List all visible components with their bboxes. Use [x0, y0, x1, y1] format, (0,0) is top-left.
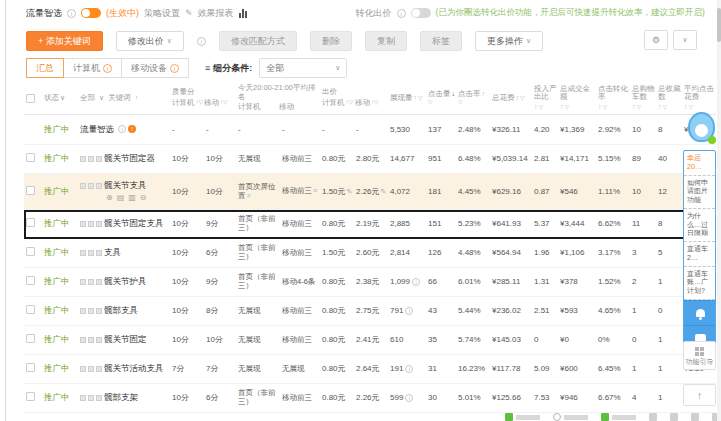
row-checkbox[interactable] [26, 305, 35, 314]
legend-tool-icon[interactable] [670, 413, 678, 421]
rank-list-icon[interactable]: ≡ [313, 187, 317, 194]
row-checkbox[interactable] [26, 392, 35, 401]
col-ctr[interactable]: 点击率↑ [456, 90, 490, 107]
col-cpc[interactable]: 平均点击花费↑ [682, 85, 716, 111]
keyword-cell[interactable]: 髋关节活动支具 [78, 364, 170, 374]
bid-pc[interactable]: 0.80元 [320, 335, 354, 344]
filter-icon[interactable] [637, 104, 642, 111]
table-row[interactable]: 推广中 髋关节护具 10分 9分 首页（非前三） 移动4-6条 0.80元 2.… [24, 268, 716, 297]
modify-match-button[interactable]: 修改匹配方式 [219, 31, 297, 51]
rank-list-icon[interactable]: ≡ [247, 192, 251, 199]
row-checkbox[interactable] [26, 247, 35, 256]
table-row-selected[interactable]: 推广中 髋关节固定支具 10分 9分 首页（非前三） 移动前三 0.80元 2.… [24, 210, 716, 239]
sort-filter-icon[interactable] [196, 99, 204, 108]
bid-mobile[interactable]: 2.26元 [354, 393, 388, 402]
col-keyword[interactable]: 全部关键词 [78, 94, 170, 103]
filter-icon[interactable] [428, 99, 433, 106]
row-checkbox[interactable] [26, 334, 35, 343]
scrollbar-track[interactable] [717, 0, 721, 421]
bid-mobile[interactable]: 2.60元 [354, 248, 388, 257]
bid-pc[interactable]: 0.80元 [320, 364, 354, 373]
bid-pc[interactable]: 0.80元 [320, 277, 354, 286]
col-clicks[interactable]: 点击量↓ [426, 90, 456, 107]
table-row[interactable]: 推广中 支具 10分 6分 首页（非前三） 移动前三 1.50元 2.60元 2… [24, 239, 716, 268]
collapse-button[interactable] [673, 30, 697, 50]
sort-up-icon[interactable] [135, 94, 139, 102]
bid-mobile[interactable]: 2.80元 [354, 154, 388, 163]
info-icon[interactable] [67, 9, 76, 18]
col-carts[interactable]: 总购物车数↑ [630, 85, 656, 111]
keyword-cell[interactable]: 支具 [78, 248, 170, 258]
row-checkbox[interactable] [26, 153, 35, 162]
row-checkbox[interactable] [26, 186, 35, 195]
filter-icon[interactable] [520, 95, 525, 102]
bid-pc[interactable]: 0.80元 [320, 393, 354, 402]
bid-pc[interactable]: 1.50元✎ [320, 187, 354, 196]
table-row[interactable]: 推广中 髋部支架 10分 6分 首页（非前三） 移动前三 0.80元 2.26元… [24, 384, 716, 413]
bid-pc[interactable]: 0.80元 [320, 306, 354, 315]
info-icon[interactable] [405, 307, 413, 315]
bid-pc[interactable]: 1.50元 [320, 248, 354, 257]
table-row-summary[interactable]: 推广中 流量智选 - - - - - - 5,530 137 2.48% ¥32… [24, 115, 716, 145]
helper-mascot[interactable] [688, 112, 715, 142]
edit-pencil-icon[interactable]: ✎ [381, 188, 387, 195]
tab-summary[interactable]: 汇总 [26, 58, 64, 78]
info-icon[interactable] [397, 9, 406, 18]
edit-pencil-icon[interactable] [185, 8, 193, 18]
bar-chart-icon[interactable] [239, 9, 247, 18]
add-keyword-button[interactable]: + 添加关键词 [26, 31, 103, 51]
col-gmv[interactable]: 总成交金额↑ [558, 85, 596, 111]
copy-button[interactable]: 复制 [365, 31, 407, 51]
keyword-action-icons[interactable]: ⊕▤▥⊖ [80, 193, 147, 202]
scrollbar-thumb[interactable] [717, 8, 721, 42]
col-status[interactable]: 状态 [42, 94, 78, 103]
col-cvr[interactable]: 点击转化率↑ [596, 85, 630, 111]
help-link[interactable]: 直通车账…广计划? [684, 267, 715, 300]
table-row[interactable]: 推广中 髋关节活动支具 7分 7分 无展现 无展现 0.80元 2.64元 19… [24, 355, 716, 384]
info-icon[interactable] [412, 278, 420, 286]
bid-mobile[interactable]: 2.38元 [354, 277, 388, 286]
legend-tool-icon[interactable] [649, 413, 657, 421]
legend-circle-item[interactable] [553, 413, 588, 421]
table-row[interactable]: 推广中 髋关节固定 10分 10分 无展现 移动前三 0.80元 2.41元 6… [24, 326, 716, 355]
bid-pc[interactable]: 0.80元 [320, 154, 354, 163]
sort-filter-icon[interactable] [346, 99, 354, 108]
legend-checkbox-item[interactable] [601, 413, 636, 421]
bid-mobile[interactable]: 2.64元 [354, 364, 388, 373]
keyword-cell[interactable]: 髋关节固定器 [78, 154, 170, 164]
col-roi[interactable]: 投入产出比↑ [532, 85, 558, 111]
table-row[interactable]: 推广中 髋关节固定器 10分 10分 无展现 移动前三 0.80元 2.80元 … [24, 145, 716, 174]
keyword-cell[interactable]: 流量智选 [78, 125, 170, 135]
help-link[interactable]: 为什么…过日限额 [684, 209, 715, 242]
info-icon[interactable] [118, 125, 126, 133]
bid-mobile[interactable]: 2.19元 [354, 219, 388, 228]
tag-button[interactable]: 标签 [420, 31, 462, 51]
filter-icon[interactable] [565, 104, 570, 111]
keyword-cell[interactable]: 髋关节固定 [78, 335, 170, 345]
keyword-cell[interactable]: 髋部支架 [78, 393, 170, 403]
sort-filter-icon[interactable] [371, 99, 379, 108]
row-checkbox[interactable] [26, 363, 35, 372]
keyword-cell[interactable]: 髋关节支具 ⊕▤▥⊖ [78, 181, 170, 202]
strategy-settings-link[interactable]: 策略设置 [144, 7, 180, 20]
column-settings-button[interactable]: ⚙ [644, 30, 668, 50]
col-impressions[interactable]: 展现量↑ [388, 94, 426, 103]
table-row-highlighted[interactable]: 推广中 髋关节支具 ⊕▤▥⊖ 10分 10分 首页次屏位置≡ 移动前三≡ 1.5… [24, 174, 716, 210]
sort-filter-icon[interactable] [220, 99, 228, 108]
feature-guide-button[interactable]: 功能引导 [683, 341, 716, 370]
report-link[interactable]: 效果报表 [198, 7, 234, 20]
keyword-cell[interactable]: 髋关节护具 [78, 277, 170, 287]
checkbox-checked-icon[interactable] [601, 413, 609, 421]
conversion-bid-toggle[interactable] [411, 8, 431, 18]
row-checkbox[interactable] [26, 218, 35, 227]
alert-badge-icon[interactable] [128, 125, 136, 133]
table-row[interactable]: 推广中 髋部支具 10分 8分 无展现 移动前三 0.80元 2.75元 791… [24, 297, 716, 326]
legend-tool-icon[interactable] [691, 413, 699, 421]
info-icon[interactable] [405, 365, 413, 373]
condition-select[interactable]: 全部 [259, 58, 347, 78]
row-checkbox[interactable] [26, 276, 35, 285]
filter-icon[interactable] [689, 104, 694, 111]
edit-pencil-icon[interactable]: ✎ [347, 188, 353, 195]
filter-icon[interactable] [458, 99, 463, 106]
filter-icon[interactable] [539, 104, 544, 111]
